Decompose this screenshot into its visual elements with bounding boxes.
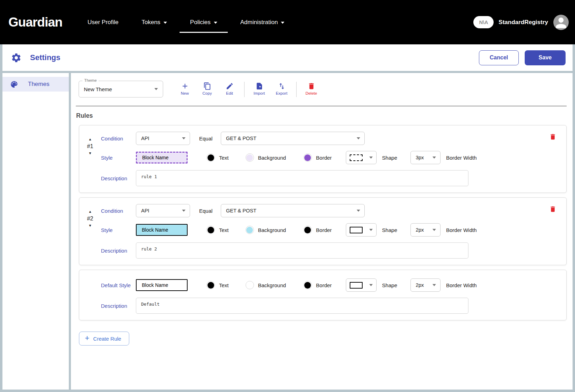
border-width-value: 3px [416, 155, 424, 160]
equal-select[interactable]: GET & POST [221, 204, 365, 217]
rule-delete-button[interactable] [549, 133, 556, 141]
rule-order-controls: ▲ #2 ▼ [79, 204, 101, 259]
border-width-select[interactable]: 2px [410, 223, 441, 237]
shape-select[interactable] [346, 151, 377, 164]
rules-heading: Rules [76, 112, 567, 119]
border-color-picker[interactable] [304, 281, 312, 289]
page-title: Settings [30, 53, 60, 62]
background-color-swatch [246, 154, 253, 161]
user-avatar[interactable] [553, 15, 569, 30]
toolbar-divider [76, 106, 567, 106]
condition-select-value: API [141, 136, 149, 141]
rule-delete-button[interactable] [549, 205, 556, 214]
border-color-picker[interactable] [304, 226, 312, 234]
condition-select[interactable]: API [136, 204, 190, 217]
new-theme-button[interactable]: New [174, 81, 196, 95]
rule-style-row: Style Block Name Text Background Border [101, 151, 566, 164]
description-input[interactable] [136, 242, 468, 259]
cancel-button[interactable]: Cancel [479, 50, 519, 65]
condition-select[interactable]: API [136, 132, 190, 145]
equal-select[interactable]: GET & POST [221, 132, 365, 145]
background-color-picker[interactable] [246, 281, 254, 289]
border-width-label: Border Width [446, 282, 477, 288]
rule-order-controls: ▲ #1 ▼ [79, 132, 101, 186]
rule-description-row: Description [101, 298, 566, 314]
border-color-label: Border [316, 282, 332, 288]
chevron-down-icon [432, 284, 436, 286]
shape-select[interactable] [346, 223, 377, 237]
copy-theme-button[interactable]: Copy [196, 81, 218, 95]
shape-preview [350, 154, 363, 161]
border-width-select[interactable]: 2px [410, 278, 441, 292]
block-style-preview: Block Name [136, 279, 188, 291]
delete-theme-button[interactable]: Delete [300, 81, 322, 95]
chevron-down-icon [357, 137, 360, 139]
nav-item-administration[interactable]: Administration [240, 19, 285, 26]
sidebar-item-themes[interactable]: Themes [2, 77, 69, 92]
rule-style-row: Default Style Block Name Text Background… [101, 278, 566, 292]
brand-logo: Guardian [8, 15, 62, 30]
shape-select[interactable] [346, 278, 377, 292]
nav-item-user-profile[interactable]: User Profile [87, 19, 118, 26]
create-rule-button[interactable]: + Create Rule [79, 332, 129, 346]
background-color-label: Background [258, 282, 286, 288]
nav-item-tokens[interactable]: Tokens [141, 19, 167, 26]
export-theme-button[interactable]: Export [270, 81, 293, 95]
text-color-group: Text [206, 281, 229, 289]
theme-select[interactable]: Theme New Theme [79, 81, 163, 97]
rule-condition-row: Condition API Equal GET & POST [101, 204, 566, 217]
border-color-swatch [304, 227, 311, 233]
text-color-label: Text [219, 282, 229, 288]
copy-icon [203, 82, 211, 90]
background-color-group: Background [246, 153, 286, 162]
nav-item-policies[interactable]: Policies [190, 19, 217, 26]
equal-label: Equal [199, 136, 214, 141]
chevron-down-icon [369, 157, 373, 159]
text-color-picker[interactable] [206, 281, 215, 289]
border-color-label: Border [316, 155, 332, 161]
shape-preview [350, 227, 363, 233]
border-width-value: 2px [416, 227, 424, 233]
border-color-picker[interactable] [304, 153, 312, 162]
equal-select-value: GET & POST [226, 136, 256, 141]
app-window: Guardian User Profile Tokens Policies Ad… [0, 0, 575, 392]
move-rule-up-button[interactable]: ▲ [87, 209, 93, 215]
move-rule-up-button[interactable]: ▲ [87, 137, 93, 142]
rule-card: ▲ #2 ▼ Condition API Equal GET & POST St… [79, 197, 567, 265]
text-color-swatch [208, 282, 214, 289]
block-style-preview: Block Name [136, 152, 188, 164]
condition-select-value: API [141, 208, 149, 213]
trash-icon [549, 205, 556, 213]
settings-sidebar: Themes [2, 73, 69, 390]
text-color-label: Text [219, 227, 229, 233]
background-color-swatch [246, 227, 253, 233]
edit-theme-button[interactable]: Edit [218, 81, 241, 95]
trash-icon [307, 82, 315, 90]
border-width-select[interactable]: 3px [410, 151, 441, 164]
border-color-swatch [304, 282, 311, 289]
description-label: Description [101, 248, 136, 254]
text-color-swatch [208, 227, 214, 233]
chevron-down-icon [163, 22, 167, 24]
text-color-picker[interactable] [206, 226, 215, 234]
text-color-picker[interactable] [206, 153, 215, 162]
plus-icon: + [85, 334, 89, 342]
condition-label: Condition [101, 136, 136, 141]
description-input[interactable] [136, 298, 468, 314]
background-color-picker[interactable] [246, 226, 254, 234]
move-rule-down-button[interactable]: ▼ [87, 151, 93, 156]
description-input[interactable] [136, 170, 468, 186]
description-label: Description [101, 175, 136, 181]
style-label: Style [101, 227, 136, 233]
border-color-swatch [304, 154, 311, 161]
import-theme-button[interactable]: Import [248, 81, 270, 95]
themes-panel: Theme New Theme New Copy [71, 73, 573, 390]
chevron-down-icon [182, 137, 185, 139]
export-icon [278, 82, 286, 90]
save-button[interactable]: Save [525, 50, 566, 65]
border-color-group: Border [304, 153, 332, 162]
text-color-group: Text [206, 226, 229, 234]
move-rule-down-button[interactable]: ▼ [87, 223, 93, 228]
background-color-picker[interactable] [246, 153, 254, 162]
border-width-label: Border Width [446, 227, 477, 233]
